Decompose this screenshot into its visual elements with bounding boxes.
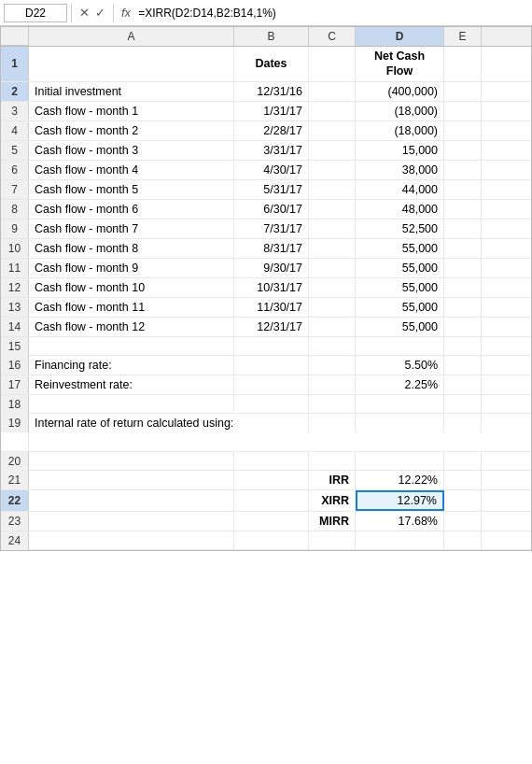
cell-d8[interactable]: 48,000	[356, 200, 444, 219]
cell-e2[interactable]	[444, 82, 482, 101]
cell-b23[interactable]	[234, 512, 309, 531]
col-header-d[interactable]: D	[356, 27, 444, 46]
cell-d15[interactable]	[356, 337, 444, 356]
cell-e17[interactable]	[444, 375, 482, 394]
cell-a20[interactable]	[29, 452, 234, 471]
cell-b11[interactable]: 9/30/17	[234, 259, 309, 277]
cell-c11[interactable]	[309, 259, 356, 277]
cell-b4[interactable]: 2/28/17	[234, 121, 309, 140]
cell-a13[interactable]: Cash flow - month 11	[29, 298, 234, 317]
cell-a11[interactable]: Cash flow - month 9	[29, 259, 234, 277]
cell-b6[interactable]: 4/30/17	[234, 161, 309, 179]
cell-d3[interactable]: (18,000)	[356, 102, 444, 120]
cell-a21[interactable]	[29, 471, 234, 489]
cell-e14[interactable]	[444, 318, 482, 336]
cell-e13[interactable]	[444, 298, 482, 317]
cell-b10[interactable]: 8/31/17	[234, 239, 309, 258]
cell-c13[interactable]	[309, 298, 356, 317]
cell-a1[interactable]	[29, 47, 234, 81]
cell-a7[interactable]: Cash flow - month 5	[29, 180, 234, 199]
cell-d18[interactable]	[356, 395, 444, 414]
cell-c9[interactable]	[309, 219, 356, 238]
cell-c10[interactable]	[309, 239, 356, 258]
cell-d23-mirr-value[interactable]: 17.68%	[356, 512, 444, 531]
cell-b2[interactable]: 12/31/16	[234, 82, 309, 101]
cell-e10[interactable]	[444, 239, 482, 258]
cell-d11[interactable]: 55,000	[356, 259, 444, 277]
cell-e18[interactable]	[444, 395, 482, 414]
cell-a19[interactable]: Internal rate of return calculated using…	[29, 414, 309, 432]
cell-c1[interactable]	[309, 47, 356, 81]
cell-d10[interactable]: 55,000	[356, 239, 444, 258]
cell-e23[interactable]	[444, 512, 482, 531]
cell-e7[interactable]	[444, 180, 482, 199]
col-header-a[interactable]: A	[29, 27, 234, 46]
cell-b24[interactable]	[234, 531, 309, 550]
cell-a22[interactable]	[29, 490, 234, 511]
cell-c4[interactable]	[309, 121, 356, 140]
cell-a14[interactable]: Cash flow - month 12	[29, 318, 234, 336]
cell-c14[interactable]	[309, 318, 356, 336]
cell-d7[interactable]: 44,000	[356, 180, 444, 199]
cell-name-input[interactable]: D22	[4, 4, 67, 22]
cell-a24[interactable]	[29, 531, 234, 550]
cell-c24[interactable]	[309, 531, 356, 550]
cell-a8[interactable]: Cash flow - month 6	[29, 200, 234, 219]
cell-b9[interactable]: 7/31/17	[234, 219, 309, 238]
cell-e12[interactable]	[444, 278, 482, 297]
cell-d20[interactable]	[356, 452, 444, 471]
cell-c23-mirr-label[interactable]: MIRR	[309, 512, 356, 531]
cell-d16[interactable]: 5.50%	[356, 356, 444, 375]
cell-d4[interactable]: (18,000)	[356, 121, 444, 140]
cell-c21-irr-label[interactable]: IRR	[309, 471, 356, 489]
cell-a16[interactable]: Financing rate:	[29, 356, 234, 375]
cell-e8[interactable]	[444, 200, 482, 219]
cell-a23[interactable]	[29, 512, 234, 531]
col-header-c[interactable]: C	[309, 27, 356, 46]
cell-a5[interactable]: Cash flow - month 3	[29, 141, 234, 160]
cell-a10[interactable]: Cash flow - month 8	[29, 239, 234, 258]
cell-b16[interactable]	[234, 356, 309, 375]
cell-d21-irr-value[interactable]: 12.22%	[356, 471, 444, 489]
cell-c22-xirr-label[interactable]: XIRR	[309, 490, 356, 511]
cell-e22[interactable]	[444, 490, 482, 511]
cell-e1[interactable]	[444, 47, 482, 81]
cell-a15[interactable]	[29, 337, 234, 356]
cell-d1[interactable]: Net Cash Flow	[356, 47, 444, 81]
cell-b3[interactable]: 1/31/17	[234, 102, 309, 120]
cell-e4[interactable]	[444, 121, 482, 140]
cell-b1[interactable]: Dates	[234, 47, 309, 81]
cell-b15[interactable]	[234, 337, 309, 356]
cell-d6[interactable]: 38,000	[356, 161, 444, 179]
cell-c7[interactable]	[309, 180, 356, 199]
cell-e11[interactable]	[444, 259, 482, 277]
cell-b5[interactable]: 3/31/17	[234, 141, 309, 160]
cell-b20[interactable]	[234, 452, 309, 471]
confirm-icon[interactable]: ✓	[95, 6, 105, 20]
cell-a9[interactable]: Cash flow - month 7	[29, 219, 234, 238]
cell-c2[interactable]	[309, 82, 356, 101]
cell-b17[interactable]	[234, 375, 309, 394]
cell-c3[interactable]	[309, 102, 356, 120]
cell-d22-xirr-value[interactable]: 12.97%	[356, 490, 444, 511]
cell-d24[interactable]	[356, 531, 444, 550]
cell-a17[interactable]: Reinvestment rate:	[29, 375, 234, 394]
cell-e15[interactable]	[444, 337, 482, 356]
cell-b19[interactable]	[309, 414, 356, 432]
cancel-icon[interactable]: ✕	[79, 6, 90, 20]
cell-c20[interactable]	[309, 452, 356, 471]
cell-c12[interactable]	[309, 278, 356, 297]
cell-c18[interactable]	[309, 395, 356, 414]
cell-d19[interactable]	[444, 414, 482, 432]
cell-c6[interactable]	[309, 161, 356, 179]
cell-e3[interactable]	[444, 102, 482, 120]
cell-b13[interactable]: 11/30/17	[234, 298, 309, 317]
cell-b12[interactable]: 10/31/17	[234, 278, 309, 297]
formula-input[interactable]	[138, 7, 528, 20]
cell-d5[interactable]: 15,000	[356, 141, 444, 160]
cell-e21[interactable]	[444, 471, 482, 489]
cell-e6[interactable]	[444, 161, 482, 179]
cell-a18[interactable]	[29, 395, 234, 414]
cell-b7[interactable]: 5/31/17	[234, 180, 309, 199]
cell-d13[interactable]: 55,000	[356, 298, 444, 317]
